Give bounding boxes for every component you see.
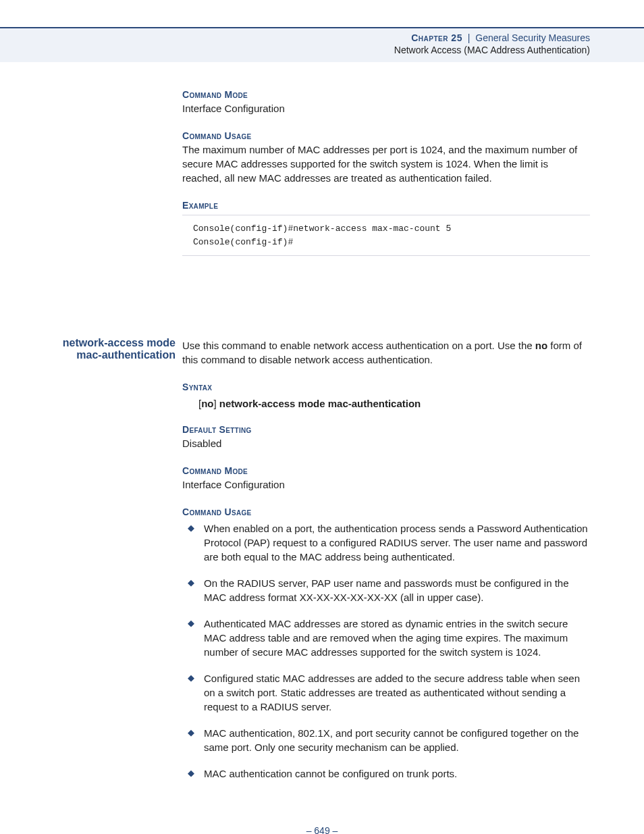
- example-heading: Example: [182, 200, 590, 211]
- command-usage-heading: Command Usage: [182, 130, 590, 141]
- command-name-sidebar: network-access mode mac-authentication: [54, 337, 182, 793]
- usage-bullet-list: When enabled on a port, the authenticati…: [182, 521, 590, 781]
- list-item: Configured static MAC addresses are adde…: [182, 671, 590, 714]
- command-intro: Use this command to enable network acces…: [182, 338, 590, 367]
- list-item: On the RADIUS server, PAP user name and …: [182, 576, 590, 604]
- command-mode-text-2: Interface Configuration: [182, 477, 590, 492]
- chapter-label: Chapter 25: [411, 32, 462, 43]
- page-header: Chapter 25 | General Security Measures N…: [0, 28, 644, 62]
- command-mode-heading-2: Command Mode: [182, 465, 590, 476]
- command-mode-heading: Command Mode: [182, 89, 590, 100]
- page-number: – 649 –: [0, 813, 644, 834]
- command-usage-text: The maximum number of MAC addresses per …: [182, 142, 590, 185]
- command-mode-text: Interface Configuration: [182, 101, 590, 115]
- list-item: MAC authentication cannot be configured …: [182, 766, 590, 781]
- default-setting-text: Disabled: [182, 436, 590, 450]
- list-item: MAC authentication, 802.1X, and port sec…: [182, 726, 590, 754]
- intro-part1: Use this command to enable network acces…: [182, 340, 535, 351]
- command-usage-heading-2: Command Usage: [182, 506, 590, 517]
- header-subtitle: Network Access (MAC Address Authenticati…: [54, 45, 590, 55]
- chapter-title: General Security Measures: [475, 32, 590, 43]
- syntax-heading: Syntax: [182, 382, 590, 392]
- sidebar-empty: [54, 89, 182, 256]
- intro-bold: no: [535, 340, 547, 351]
- example-code: Console(config-if)#network-access max-ma…: [182, 215, 590, 256]
- syntax-text: [no] network-access mode mac-authenticat…: [198, 398, 590, 409]
- separator: |: [468, 32, 471, 43]
- list-item: Authenticated MAC addresses are stored a…: [182, 617, 590, 659]
- default-setting-heading: Default Setting: [182, 424, 590, 435]
- list-item: When enabled on a port, the authenticati…: [182, 521, 590, 564]
